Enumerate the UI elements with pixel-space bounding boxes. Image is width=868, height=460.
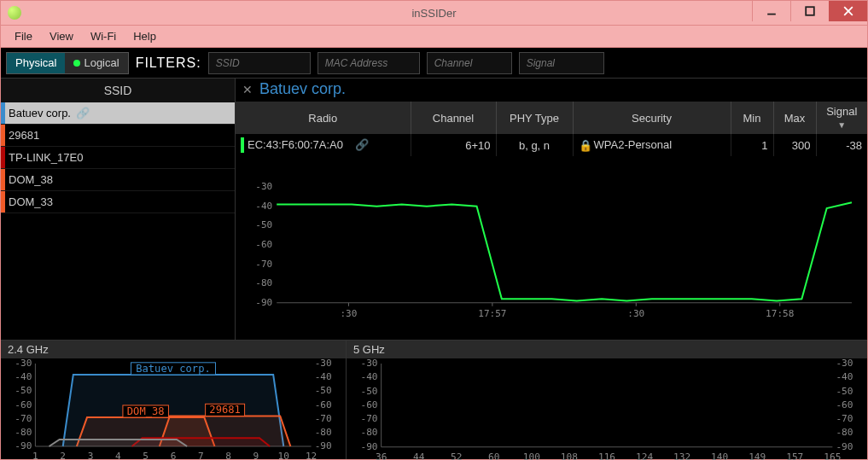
- active-dot-icon: [73, 60, 80, 67]
- filters-label: FILTERS:: [136, 55, 201, 71]
- svg-text:-60: -60: [15, 399, 32, 411]
- ssid-row[interactable]: TP-LINK_17E0: [1, 147, 235, 169]
- svg-text:Batuev corp.: Batuev corp.: [136, 363, 211, 375]
- band-row: 2.4 GHz -30-30-40-40-50-50-60-60-70-70-8…: [1, 340, 867, 459]
- maximize-button[interactable]: [790, 1, 829, 21]
- svg-text:-60: -60: [360, 399, 377, 411]
- filter-ssid-input[interactable]: [208, 52, 311, 74]
- ssid-row[interactable]: DOM_38: [1, 169, 235, 191]
- svg-text:-50: -50: [315, 385, 332, 396]
- window-buttons: [752, 1, 867, 25]
- ssid-row[interactable]: 29681: [1, 125, 235, 147]
- svg-text:-70: -70: [360, 413, 377, 424]
- table-row[interactable]: EC:43:F6:00:7A:A0 🔗 6+10 b, g, n 🔒WPA2-P…: [236, 134, 867, 156]
- physical-toggle[interactable]: Physical: [7, 53, 65, 73]
- svg-text:149: 149: [749, 451, 766, 460]
- minimize-button[interactable]: [752, 1, 790, 21]
- svg-rect-1: [806, 7, 814, 15]
- menu-help[interactable]: Help: [126, 28, 163, 44]
- detail-title: Batuev corp.: [259, 80, 346, 98]
- filter-mac-input[interactable]: [317, 52, 420, 74]
- svg-text:36: 36: [376, 451, 387, 460]
- svg-text:-50: -50: [360, 386, 377, 397]
- svg-text:44: 44: [413, 451, 425, 460]
- svg-text:-40: -40: [255, 201, 272, 212]
- svg-text:12: 12: [306, 451, 317, 460]
- band-24ghz-panel: 2.4 GHz -30-30-40-40-50-50-60-60-70-70-8…: [1, 341, 347, 459]
- main-row: SSID Batuev corp.🔗29681TP-LINK_17E0DOM_3…: [1, 79, 867, 340]
- col-security[interactable]: Security: [573, 102, 731, 134]
- svg-text:8: 8: [225, 451, 231, 460]
- col-min[interactable]: Min: [731, 102, 773, 134]
- col-signal[interactable]: Signal: [816, 102, 867, 134]
- svg-text:-30: -30: [360, 358, 377, 369]
- ssid-name: 29681: [9, 129, 39, 142]
- col-max[interactable]: Max: [773, 102, 816, 134]
- ssid-header[interactable]: SSID: [1, 79, 235, 102]
- svg-text:-90: -90: [15, 440, 32, 451]
- svg-text:2: 2: [60, 451, 66, 460]
- close-button[interactable]: [829, 1, 867, 21]
- ssid-name: DOM_33: [9, 195, 53, 208]
- svg-text:60: 60: [488, 451, 499, 460]
- filter-signal-input[interactable]: [519, 52, 604, 74]
- svg-text:-70: -70: [836, 413, 853, 424]
- close-detail-icon[interactable]: ✕: [242, 83, 253, 96]
- svg-text:124: 124: [636, 451, 653, 460]
- menu-view[interactable]: View: [43, 28, 80, 44]
- svg-text:140: 140: [711, 451, 728, 460]
- svg-text:52: 52: [451, 451, 462, 460]
- lock-icon: 🔒: [579, 139, 592, 152]
- ssid-panel: SSID Batuev corp.🔗29681TP-LINK_17E0DOM_3…: [1, 79, 236, 340]
- svg-text:7: 7: [198, 451, 204, 460]
- window-title: inSSIDer: [411, 7, 456, 20]
- svg-text:132: 132: [673, 451, 690, 460]
- color-bar-icon: [1, 125, 5, 146]
- link-icon: 🔗: [355, 138, 369, 151]
- svg-text:6: 6: [171, 451, 177, 460]
- app-icon: [8, 6, 21, 20]
- col-phy[interactable]: PHY Type: [496, 102, 573, 134]
- color-bar-icon: [1, 147, 5, 168]
- svg-text:-60: -60: [255, 239, 272, 250]
- filter-channel-input[interactable]: [427, 52, 512, 74]
- svg-text:-50: -50: [255, 219, 272, 230]
- band-5ghz-panel: 5 GHz -30-30-40-40-50-50-60-60-70-70-80-…: [347, 341, 867, 459]
- ssid-list: Batuev corp.🔗29681TP-LINK_17E0DOM_38DOM_…: [1, 102, 235, 213]
- svg-text:-80: -80: [836, 427, 853, 438]
- color-bar-icon: [1, 191, 5, 213]
- svg-text:-70: -70: [15, 413, 32, 424]
- svg-text:-30: -30: [315, 358, 332, 369]
- svg-text:5: 5: [143, 451, 149, 460]
- svg-text:-90: -90: [360, 441, 377, 452]
- ssid-row[interactable]: DOM_33: [1, 191, 235, 213]
- radio-table: Radio Channel PHY Type Security Min Max …: [236, 102, 867, 156]
- link-icon: 🔗: [76, 107, 90, 119]
- svg-text:-90: -90: [315, 440, 332, 451]
- svg-text:-30: -30: [255, 181, 272, 192]
- svg-text:-60: -60: [315, 399, 332, 411]
- svg-text:157: 157: [786, 451, 803, 460]
- svg-text:-80: -80: [315, 427, 332, 438]
- ssid-row[interactable]: Batuev corp.🔗: [1, 102, 235, 125]
- svg-text:-30: -30: [836, 358, 853, 369]
- content: Physical Logical FILTERS: SSID Batuev co…: [0, 48, 868, 460]
- menu-file[interactable]: File: [8, 28, 39, 44]
- svg-text:17:58: 17:58: [766, 308, 794, 319]
- svg-text:108: 108: [561, 451, 578, 460]
- svg-text:-80: -80: [255, 277, 272, 288]
- menubar: File View Wi-Fi Help: [0, 26, 868, 48]
- menu-wifi[interactable]: Wi-Fi: [84, 28, 123, 44]
- color-bar-icon: [1, 102, 5, 124]
- svg-text:116: 116: [598, 451, 615, 460]
- signal-time-chart: -30-40-50-60-70-80-90:3017:57:3017:58: [242, 163, 860, 340]
- svg-text:DOM_38: DOM_38: [127, 405, 165, 417]
- logical-toggle[interactable]: Logical: [65, 53, 127, 73]
- col-radio[interactable]: Radio: [236, 102, 411, 134]
- detail-header: ✕ Batuev corp.: [236, 79, 867, 102]
- band-24ghz-chart: -30-30-40-40-50-50-60-60-70-70-80-80-90-…: [1, 358, 346, 460]
- detail-panel: ✕ Batuev corp. Radio Channel PHY Type Se…: [236, 79, 867, 340]
- svg-text:-40: -40: [360, 371, 377, 382]
- view-toggle: Physical Logical: [6, 52, 129, 74]
- col-channel[interactable]: Channel: [411, 102, 496, 134]
